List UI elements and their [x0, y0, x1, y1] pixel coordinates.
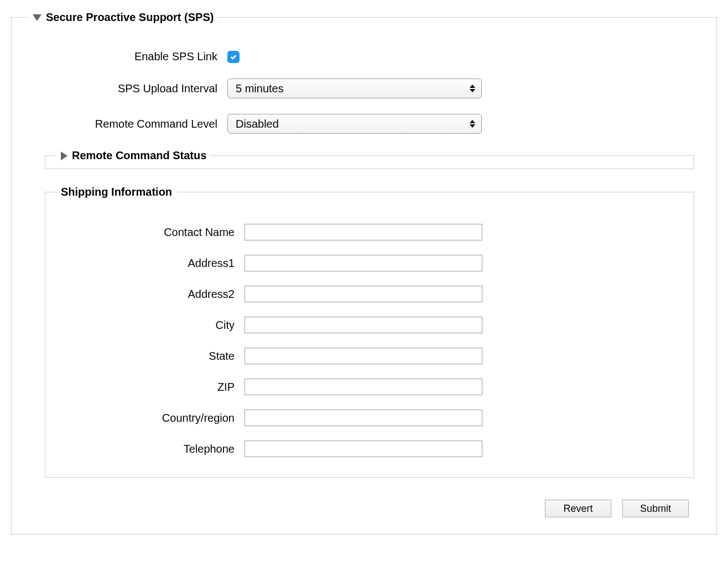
- enable-sps-checkbox[interactable]: [227, 51, 240, 63]
- telephone-input[interactable]: [245, 441, 482, 457]
- country-row: Country/region: [45, 410, 694, 426]
- upload-interval-row: SPS Upload Interval 5 minutes: [12, 78, 716, 98]
- remote-command-status-fieldset: Remote Command Status: [45, 149, 694, 169]
- city-row: City: [45, 317, 694, 333]
- upload-interval-select[interactable]: 5 minutes: [227, 78, 482, 98]
- contact-name-label: Contact Name: [56, 226, 245, 239]
- enable-sps-row: Enable SPS Link: [12, 50, 716, 63]
- remote-command-level-select[interactable]: Disabled: [227, 114, 482, 134]
- disclosure-triangle-closed-icon[interactable]: [61, 151, 67, 160]
- revert-button[interactable]: Revert: [545, 500, 611, 517]
- telephone-row: Telephone: [45, 441, 694, 457]
- state-row: State: [45, 348, 694, 364]
- remote-command-status-legend[interactable]: Remote Command Status: [56, 149, 211, 162]
- address1-label: Address1: [56, 257, 245, 270]
- sps-legend[interactable]: Secure Proactive Support (SPS): [28, 11, 218, 24]
- sps-fieldset: Secure Proactive Support (SPS) Enable SP…: [11, 11, 717, 534]
- city-input[interactable]: [245, 317, 482, 333]
- contact-name-row: Contact Name: [45, 224, 694, 240]
- check-icon: [230, 53, 237, 61]
- remote-command-status-title: Remote Command Status: [72, 149, 206, 162]
- shipping-legend: Shipping Information: [56, 186, 176, 198]
- upload-interval-label: SPS Upload Interval: [45, 82, 227, 95]
- remote-command-level-select-wrap: Disabled: [227, 114, 482, 134]
- contact-name-input[interactable]: [245, 224, 482, 240]
- upload-interval-select-wrap: 5 minutes: [227, 78, 482, 98]
- zip-label: ZIP: [56, 381, 245, 394]
- address1-input[interactable]: [245, 255, 482, 271]
- state-label: State: [56, 350, 245, 363]
- address1-row: Address1: [45, 255, 694, 271]
- submit-button[interactable]: Submit: [622, 500, 689, 517]
- address2-row: Address2: [45, 286, 694, 302]
- shipping-title: Shipping Information: [61, 186, 172, 198]
- button-row: Revert Submit: [12, 483, 716, 517]
- city-label: City: [56, 319, 245, 332]
- address2-input[interactable]: [245, 286, 482, 302]
- state-input[interactable]: [245, 348, 482, 364]
- shipping-fieldset: Shipping Information Contact Name Addres…: [45, 186, 694, 478]
- zip-row: ZIP: [45, 379, 694, 395]
- country-label: Country/region: [56, 412, 245, 424]
- country-input[interactable]: [245, 410, 482, 426]
- sps-title: Secure Proactive Support (SPS): [46, 11, 214, 24]
- zip-input[interactable]: [245, 379, 482, 395]
- remote-command-level-label: Remote Command Level: [45, 118, 227, 130]
- disclosure-triangle-open-icon[interactable]: [33, 14, 41, 21]
- enable-sps-label: Enable SPS Link: [45, 50, 227, 63]
- telephone-label: Telephone: [56, 443, 245, 455]
- remote-command-level-row: Remote Command Level Disabled: [12, 114, 716, 134]
- address2-label: Address2: [56, 288, 245, 301]
